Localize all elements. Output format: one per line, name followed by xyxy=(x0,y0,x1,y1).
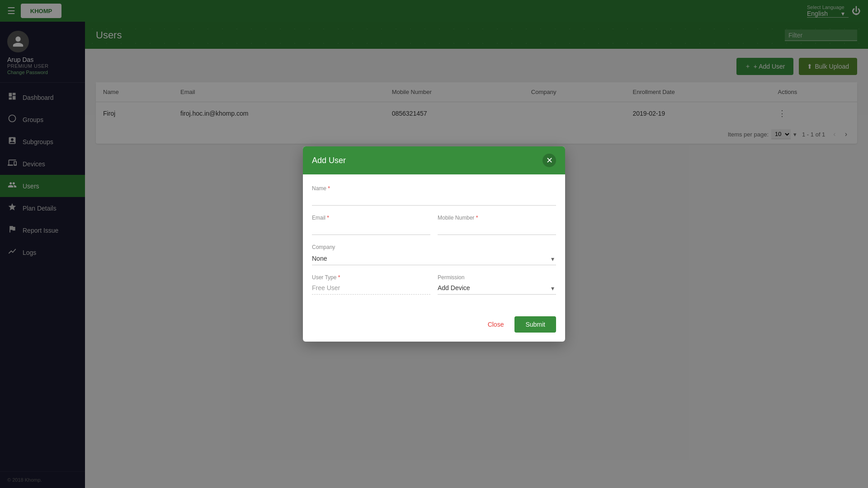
name-field: Name * xyxy=(312,185,556,206)
mobile-field: Mobile Number * xyxy=(438,215,556,235)
required-star-email: * xyxy=(327,215,329,221)
mobile-input[interactable] xyxy=(438,222,556,235)
required-star-type: * xyxy=(338,274,340,281)
permission-select-wrap: Add Device View Only ▾ xyxy=(438,282,556,295)
company-select-wrap: None ▾ xyxy=(312,252,556,265)
modal-overlay: Add User ✕ Name * Email * xyxy=(0,0,868,488)
user-type-label: User Type * xyxy=(312,274,430,281)
mobile-label: Mobile Number * xyxy=(438,215,556,221)
add-user-modal: Add User ✕ Name * Email * xyxy=(303,146,565,342)
user-type-value: Free User xyxy=(312,282,430,295)
modal-footer: Close Submit xyxy=(303,311,565,342)
email-field: Email * xyxy=(312,215,430,235)
modal-header: Add User ✕ xyxy=(303,146,565,174)
user-type-field: User Type * Free User xyxy=(312,274,430,295)
name-input[interactable] xyxy=(312,192,556,206)
usertype-permission-row: User Type * Free User Permission Add Dev… xyxy=(312,274,556,295)
name-label: Name * xyxy=(312,185,556,192)
required-star-mobile: * xyxy=(476,215,478,221)
company-label: Company xyxy=(312,244,556,250)
submit-button[interactable]: Submit xyxy=(514,316,556,333)
email-mobile-row: Email * Mobile Number * xyxy=(312,215,556,235)
permission-field: Permission Add Device View Only ▾ xyxy=(438,274,556,295)
email-label: Email * xyxy=(312,215,430,221)
company-field-row: Company None ▾ xyxy=(312,244,556,265)
modal-close-button[interactable]: ✕ xyxy=(542,154,556,167)
name-field-row: Name * xyxy=(312,185,556,206)
permission-select[interactable]: Add Device View Only xyxy=(438,282,556,295)
close-button[interactable]: Close xyxy=(482,316,509,333)
permission-label: Permission xyxy=(438,274,556,281)
email-input[interactable] xyxy=(312,222,430,235)
company-select[interactable]: None xyxy=(312,252,556,265)
modal-body: Name * Email * Mobile Number * xyxy=(303,174,565,311)
modal-title: Add User xyxy=(312,156,346,165)
required-star: * xyxy=(328,185,330,192)
